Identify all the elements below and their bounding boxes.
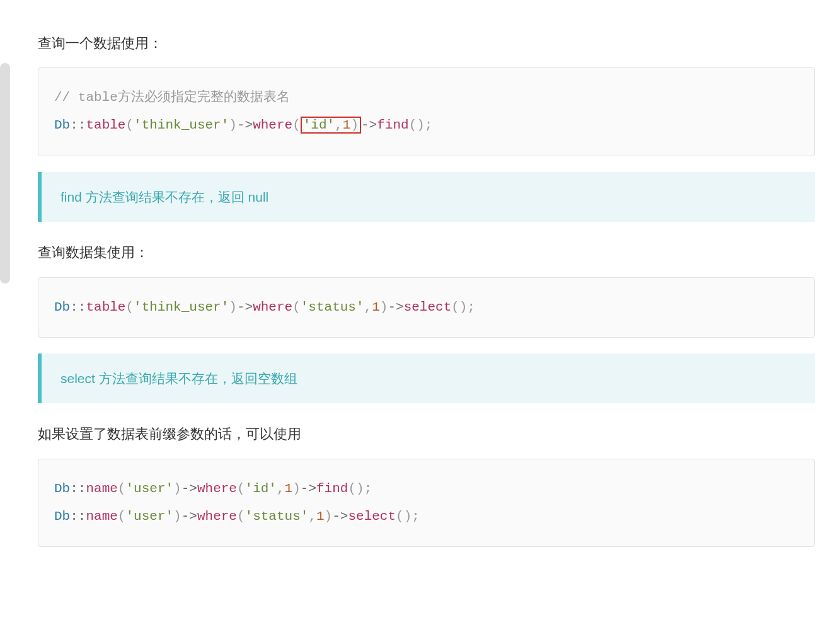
code-lparen: ( xyxy=(348,481,356,496)
code-lparen: ( xyxy=(292,300,301,314)
code-arrow: -> xyxy=(237,118,253,132)
code-method-select: select xyxy=(404,300,452,314)
code-rparen: ) xyxy=(356,481,364,496)
code-class: Db xyxy=(54,300,70,314)
code-block-find: // table方法必须指定完整的数据表名 Db::table('think_u… xyxy=(38,67,815,156)
code-lparen: ( xyxy=(118,509,126,524)
code-dcolon: :: xyxy=(70,509,86,524)
code-block-select: Db::table('think_user')->where('status',… xyxy=(38,277,815,338)
code-string-user: 'user' xyxy=(125,509,173,524)
code-lparen: ( xyxy=(125,300,134,314)
code-arrow: -> xyxy=(301,481,316,496)
code-arrow: -> xyxy=(237,300,253,314)
code-class: Db xyxy=(54,118,70,132)
code-lparen: ( xyxy=(409,118,417,132)
code-class: Db xyxy=(54,481,70,496)
code-lparen: ( xyxy=(396,509,404,524)
code-arrow: -> xyxy=(332,509,348,524)
code-method-select: select xyxy=(348,509,396,524)
code-lparen: ( xyxy=(451,300,459,314)
code-semi: ; xyxy=(467,300,475,314)
code-rparen: ) xyxy=(417,118,425,132)
code-method-find: find xyxy=(316,481,348,496)
code-rparen: ) xyxy=(173,509,181,524)
code-class: Db xyxy=(54,509,70,524)
code-comma: , xyxy=(277,481,285,496)
paragraph-prefix: 如果设置了数据表前缀参数的话，可以使用 xyxy=(38,422,815,445)
scrollbar-thumb[interactable] xyxy=(0,63,10,284)
code-comment: // table方法必须指定完整的数据表名 xyxy=(54,90,290,105)
code-method-where: where xyxy=(197,509,237,524)
code-rparen: ) xyxy=(229,118,237,132)
code-string-table: 'think_user' xyxy=(134,118,229,132)
code-method-find: find xyxy=(377,118,408,132)
code-rparen: ) xyxy=(404,509,412,524)
code-rparen: ) xyxy=(380,300,388,314)
code-arrow: -> xyxy=(388,300,403,314)
code-string-status: 'status' xyxy=(301,300,364,314)
highlight-box: 'id',1) xyxy=(301,117,361,134)
code-string-table: 'think_user' xyxy=(134,300,229,314)
code-method-where: where xyxy=(253,300,292,314)
code-number: 1 xyxy=(343,118,351,132)
code-rparen: ) xyxy=(350,118,359,132)
code-string-status: 'status' xyxy=(245,509,309,524)
code-arrow: -> xyxy=(181,509,197,524)
note-find-null: find 方法查询结果不存在，返回 null xyxy=(38,172,815,222)
code-method-table: table xyxy=(86,118,125,132)
code-lparen: ( xyxy=(237,509,245,524)
code-method-where: where xyxy=(253,118,292,132)
code-string-user: 'user' xyxy=(125,481,173,496)
code-lparen: ( xyxy=(237,481,245,496)
code-rparen: ) xyxy=(325,509,333,524)
code-method-table: table xyxy=(86,300,125,314)
code-dcolon: :: xyxy=(70,118,86,132)
code-string-id: 'id' xyxy=(245,481,277,496)
code-method-name: name xyxy=(86,509,117,524)
code-block-name: Db::name('user')->where('id',1)->find();… xyxy=(38,459,815,547)
code-semi: ; xyxy=(411,509,420,524)
code-comma: , xyxy=(364,300,372,314)
code-rparen: ) xyxy=(292,481,301,496)
code-lparen: ( xyxy=(125,118,134,132)
note-select-empty: select 方法查询结果不存在，返回空数组 xyxy=(38,353,815,404)
code-dcolon: :: xyxy=(70,481,86,496)
code-rparen: ) xyxy=(229,300,237,314)
code-method-name: name xyxy=(86,481,117,496)
code-rparen: ) xyxy=(459,300,468,314)
code-number: 1 xyxy=(285,481,293,496)
code-semi: ; xyxy=(364,481,372,496)
code-rparen: ) xyxy=(173,481,181,496)
document-content: 查询一个数据使用： // table方法必须指定完整的数据表名 Db::tabl… xyxy=(38,32,815,547)
code-lparen: ( xyxy=(118,481,126,496)
code-arrow: -> xyxy=(181,481,197,496)
code-number: 1 xyxy=(316,509,325,524)
code-semi: ; xyxy=(425,118,433,132)
code-dcolon: :: xyxy=(70,300,86,314)
paragraph-query-set: 查询数据集使用： xyxy=(38,241,815,264)
code-lparen: ( xyxy=(292,118,301,132)
code-method-where: where xyxy=(197,481,237,496)
paragraph-query-one: 查询一个数据使用： xyxy=(38,32,815,55)
code-comma: , xyxy=(308,509,316,524)
code-arrow: -> xyxy=(361,118,377,132)
code-number: 1 xyxy=(372,300,380,314)
code-string-id: 'id' xyxy=(303,118,335,132)
code-comma: , xyxy=(335,118,343,132)
